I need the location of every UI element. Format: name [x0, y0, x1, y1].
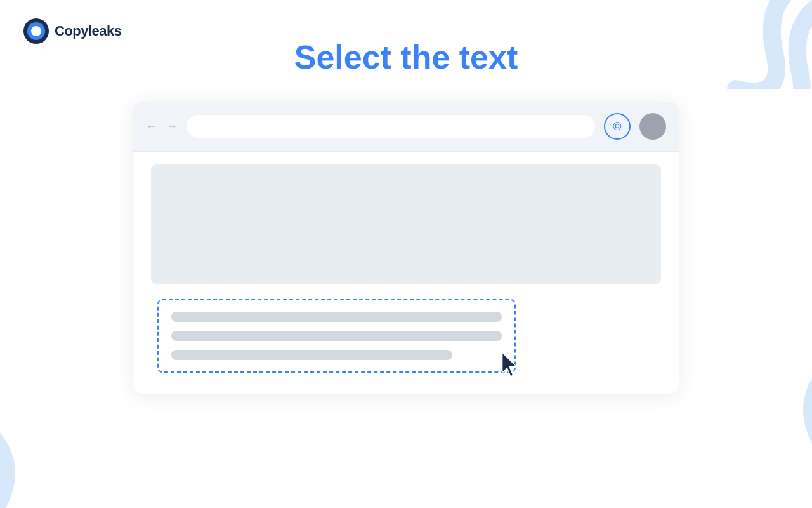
decorative-curve-bottom-right	[730, 356, 812, 457]
logo-text: Copyleaks	[55, 23, 122, 39]
browser-body	[133, 152, 679, 394]
text-line-2	[171, 331, 502, 341]
copyleaks-logo-icon	[23, 18, 49, 44]
svg-point-2	[31, 26, 41, 36]
decorative-curve-bottom-left	[0, 419, 89, 508]
copyleaks-extension-button[interactable]: ©	[604, 113, 631, 140]
address-bar[interactable]	[187, 115, 595, 138]
mouse-cursor-icon	[499, 351, 522, 380]
text-line-1	[171, 312, 502, 322]
content-image-placeholder	[151, 164, 661, 284]
back-button[interactable]: ←	[146, 120, 157, 133]
logo[interactable]: Copyleaks	[23, 18, 122, 44]
copyright-symbol: ©	[613, 120, 621, 133]
text-line-3	[171, 350, 452, 360]
browser-toolbar: ← → ©	[133, 102, 679, 152]
forward-button[interactable]: →	[166, 120, 178, 133]
decorative-curve-top-right	[685, 0, 812, 89]
page-title: Select the text	[294, 38, 518, 76]
profile-button[interactable]	[639, 113, 666, 140]
browser-mockup: ← → ©	[133, 102, 679, 394]
text-selection-area[interactable]	[157, 299, 516, 373]
